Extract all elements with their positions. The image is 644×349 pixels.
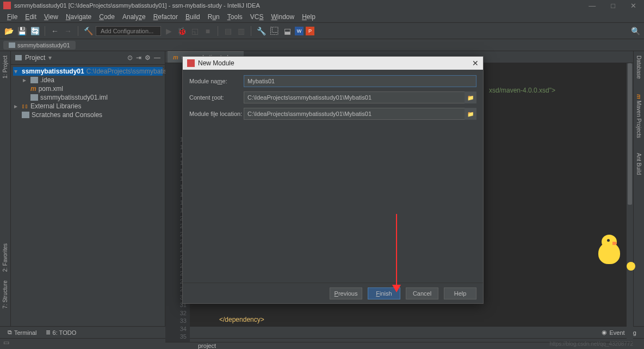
- stop-icon[interactable]: ■: [202, 26, 213, 36]
- tree-iml[interactable]: ssmmybatisstudy01.iml: [13, 93, 163, 102]
- module-location-input[interactable]: [244, 108, 465, 120]
- window-title: ssmmybatisstudy01 [C:\IdeaProjects\ssmmy…: [14, 2, 260, 9]
- terminal-icon: ⧉: [8, 329, 12, 336]
- todo-tool[interactable]: ≣6: TODO: [41, 329, 81, 336]
- menu-analyze[interactable]: Analyze: [119, 13, 150, 21]
- minimize-icon[interactable]: —: [589, 2, 596, 10]
- tree-ext-libs[interactable]: ▸ ⫾⫾ External Libraries: [13, 102, 163, 111]
- menu-file[interactable]: File: [3, 13, 21, 21]
- chevron-down-icon[interactable]: ▾: [48, 54, 52, 62]
- gear-icon[interactable]: ⚙: [145, 54, 151, 62]
- previous-button[interactable]: Previous: [330, 287, 362, 299]
- app-icon: [3, 2, 11, 9]
- target-icon[interactable]: ⊙: [127, 54, 133, 62]
- scrollbar-thumb[interactable]: [628, 63, 632, 205]
- run-config-selector[interactable]: Add Configuration...: [96, 26, 161, 36]
- project-tree: ▾ ssmmybatisstudy01 C:\IdeaProjects\ssmm…: [11, 65, 165, 121]
- menu-tools[interactable]: Tools: [224, 13, 246, 21]
- chevron-right-icon[interactable]: ▸: [23, 76, 28, 84]
- annotation-arrow-line: [396, 214, 397, 287]
- tree-idea[interactable]: ▸ .idea: [13, 76, 163, 84]
- nav-breadcrumb: ssmmybatisstudy01: [0, 39, 644, 51]
- menubar: File Edit View Navigate Code Analyze Ref…: [0, 11, 644, 23]
- folder-icon: [30, 77, 38, 83]
- terminal-tool[interactable]: ⧉Terminal: [3, 329, 41, 336]
- menu-edit[interactable]: Edit: [21, 13, 40, 21]
- separator: [78, 26, 78, 36]
- search-everywhere-icon[interactable]: 🔍: [630, 26, 641, 36]
- dialog-titlebar: New Module ✕: [183, 57, 483, 70]
- menu-build[interactable]: Build: [182, 13, 204, 21]
- close-dialog-icon[interactable]: ✕: [472, 59, 479, 68]
- rail-database[interactable]: Database: [636, 53, 642, 81]
- maven-icon: m: [30, 85, 36, 93]
- module-name-label: Module name:: [189, 78, 244, 84]
- separator: [251, 26, 251, 36]
- module-location-row: Module file location: 📁: [189, 108, 476, 120]
- breadcrumb-root[interactable]: ssmmybatisstudy01: [3, 41, 76, 50]
- toggle-tools-icon[interactable]: ▭: [0, 338, 13, 347]
- tree-label: pom.xml: [39, 85, 63, 93]
- rail-maven[interactable]: m Maven Projects: [636, 92, 642, 140]
- folder-icon: 📁: [467, 111, 474, 117]
- hide-icon[interactable]: —: [154, 54, 160, 62]
- content-root-label: Content root:: [189, 94, 244, 101]
- code-text: </dependency>: [219, 316, 264, 323]
- tree-label: Scratches and Consoles: [32, 111, 102, 119]
- menu-help[interactable]: Help: [298, 13, 319, 21]
- watermark: https://blog.csdn.net/qq_43208772: [550, 341, 633, 347]
- menu-refactor[interactable]: Refactor: [150, 13, 182, 21]
- content-root-input[interactable]: [244, 91, 465, 103]
- folder-icon: [22, 112, 29, 118]
- code-text: xsd/maven-4.0.0.xsd">: [489, 87, 555, 94]
- rail-structure[interactable]: 7: Structure: [2, 278, 8, 311]
- menu-window[interactable]: Window: [267, 13, 298, 21]
- browse-content-root-button[interactable]: 📁: [465, 91, 476, 103]
- tree-scratches[interactable]: Scratches and Consoles: [13, 111, 163, 119]
- rail-favorites[interactable]: 2: Favorites: [2, 241, 8, 274]
- ppt-icon[interactable]: P: [306, 27, 314, 35]
- coverage-icon[interactable]: ◱: [189, 26, 200, 36]
- sdk-icon[interactable]: ⬓: [282, 26, 293, 36]
- collapse-icon[interactable]: ⇥: [136, 54, 141, 62]
- word-icon[interactable]: W: [295, 27, 304, 35]
- debug-icon[interactable]: 🐞: [176, 26, 187, 36]
- browse-location-button[interactable]: 📁: [465, 108, 476, 120]
- structure-icon[interactable]: ⿺: [269, 26, 280, 36]
- project-panel: Project ▾ ⊙ ⇥ ⚙ — ▾ ssmmybatisstudy01 C:…: [11, 51, 165, 326]
- editor-breadcrumb-item[interactable]: project: [198, 342, 216, 349]
- wrench-icon[interactable]: 🔧: [256, 26, 267, 36]
- help-button[interactable]: Help: [444, 287, 476, 299]
- right-tool-rail: Database m Maven Projects Ant Build: [633, 51, 644, 326]
- forward-icon[interactable]: →: [63, 26, 73, 36]
- layout1-icon[interactable]: ▤: [222, 26, 233, 36]
- new-module-dialog: New Module ✕ Module name: Content root: …: [182, 56, 484, 304]
- menu-view[interactable]: View: [40, 13, 62, 21]
- breadcrumb-label: ssmmybatisstudy01: [17, 42, 70, 48]
- build-icon[interactable]: 🔨: [83, 26, 94, 36]
- folder-icon: [9, 42, 15, 48]
- menu-code[interactable]: Code: [95, 13, 119, 21]
- maximize-icon[interactable]: □: [611, 2, 615, 10]
- chevron-right-icon[interactable]: ▸: [14, 102, 20, 110]
- tree-label: ssmmybatisstudy01.iml: [40, 94, 108, 101]
- save-icon[interactable]: 💾: [16, 26, 27, 36]
- cancel-button[interactable]: Cancel: [406, 287, 438, 299]
- refresh-icon[interactable]: 🔄: [29, 26, 40, 36]
- rail-ant[interactable]: Ant Build: [636, 151, 642, 177]
- module-name-input[interactable]: [244, 75, 476, 87]
- layout2-icon[interactable]: ▥: [236, 26, 246, 36]
- menu-run[interactable]: Run: [204, 13, 224, 21]
- menu-vcs[interactable]: VCS: [246, 13, 268, 21]
- open-icon[interactable]: 📂: [3, 26, 14, 36]
- chevron-down-icon[interactable]: ▾: [14, 68, 17, 75]
- back-icon[interactable]: ←: [49, 26, 60, 36]
- rail-project[interactable]: 1: Project: [2, 53, 8, 81]
- menu-navigate[interactable]: Navigate: [62, 13, 95, 21]
- annotation-arrow-head: [392, 285, 401, 292]
- tree-root[interactable]: ▾ ssmmybatisstudy01 C:\IdeaProjects\ssmm…: [13, 67, 163, 76]
- editor-scrollbar[interactable]: [627, 63, 633, 342]
- close-window-icon[interactable]: ✕: [630, 2, 636, 10]
- run-icon[interactable]: ▶: [163, 26, 174, 36]
- tree-pom[interactable]: m pom.xml: [13, 84, 163, 93]
